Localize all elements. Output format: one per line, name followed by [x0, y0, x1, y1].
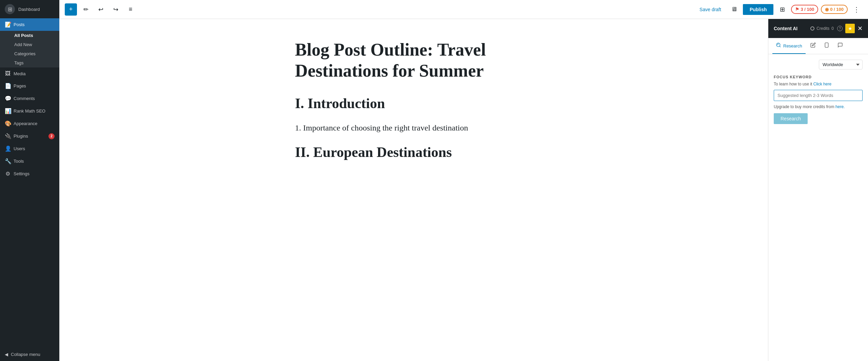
upgrade-link[interactable]: here.: [835, 104, 845, 109]
dashboard-nav-item[interactable]: ⊞ Dashboard: [0, 0, 59, 18]
toolbar: + ✏ ↩ ↪ ≡ Save draft 🖥 Publish ⊞ ⚑ 3 / 1…: [59, 0, 868, 19]
panel-tabs: Research: [768, 38, 868, 54]
section2-heading[interactable]: II. European Destinations: [295, 144, 532, 160]
plugins-icon: 🔌: [5, 133, 11, 139]
collapse-arrow-icon: ◀: [5, 352, 8, 357]
right-panel: Content AI Credits 0 ? ★ ✕: [768, 19, 868, 361]
chat-tab-icon: [837, 42, 843, 49]
panel-title: Content AI: [774, 26, 810, 31]
seo-score-button-1[interactable]: ⚑ 3 / 100: [791, 5, 818, 14]
wordpress-logo: ⊞: [5, 4, 15, 14]
upgrade-text: Upgrade to buy more credits from here.: [774, 104, 863, 109]
list-icon: ≡: [129, 6, 133, 13]
credits-label: Credits: [816, 26, 829, 31]
tab-write[interactable]: [807, 38, 819, 54]
redo-icon: ↪: [113, 6, 118, 13]
svg-line-1: [780, 46, 781, 47]
sidebar-item-posts[interactable]: 📝 Posts: [0, 18, 59, 31]
sidebar-sub-categories[interactable]: Categories: [5, 49, 59, 58]
pages-icon: 📄: [5, 83, 11, 89]
users-icon: 👤: [5, 145, 11, 152]
dashboard-label: Dashboard: [18, 7, 40, 12]
close-panel-button[interactable]: ✕: [857, 25, 863, 32]
seo-score-value-1: 3 / 100: [801, 7, 814, 12]
tab-chat[interactable]: [834, 38, 846, 54]
undo-icon: ↩: [98, 6, 103, 13]
research-button[interactable]: Research: [774, 113, 808, 124]
svg-point-0: [776, 43, 780, 47]
tools-button[interactable]: ✏: [80, 3, 92, 16]
section1-heading[interactable]: I. Introduction: [295, 95, 532, 112]
sidebar-sub-add-new[interactable]: Add New: [5, 40, 59, 49]
tools-label: Tools: [14, 159, 24, 164]
sidebar-item-users[interactable]: 👤 Users: [0, 142, 59, 155]
add-block-button[interactable]: +: [65, 3, 77, 16]
seo-score-value-2: 0 / 100: [830, 7, 844, 12]
credits-help-icon[interactable]: ?: [837, 26, 843, 31]
sidebar-item-plugins[interactable]: 🔌 Plugins 2: [0, 130, 59, 142]
credits-value: 0: [831, 26, 834, 31]
credits-circle-icon: [810, 26, 814, 31]
sidebar-item-tools[interactable]: 🔧 Tools: [0, 155, 59, 167]
write-tab-icon: [810, 42, 816, 49]
collapse-menu-button[interactable]: ◀ Collapse menu: [0, 348, 59, 361]
undo-button[interactable]: ↩: [95, 3, 107, 16]
close-icon: ✕: [857, 25, 863, 32]
section1-para[interactable]: 1. Importance of choosing the right trav…: [295, 122, 532, 134]
credits-info: Credits 0 ?: [810, 26, 843, 31]
publish-button[interactable]: Publish: [743, 4, 774, 15]
collapse-menu-label: Collapse menu: [11, 352, 40, 357]
appearance-label: Appearance: [14, 121, 37, 126]
click-here-link[interactable]: Click here: [813, 82, 831, 86]
document-overview-button[interactable]: ≡: [124, 3, 137, 16]
appearance-icon: 🎨: [5, 120, 11, 127]
sidebar-sub-tags[interactable]: Tags: [5, 58, 59, 67]
editor-inner: Blog Post Outline: Travel Destinations f…: [295, 39, 532, 167]
tab-mobile[interactable]: [821, 38, 833, 54]
tab-research[interactable]: Research: [772, 38, 806, 54]
comments-icon: 💬: [5, 95, 11, 102]
plugins-badge: 2: [48, 133, 55, 139]
posts-submenu: All Posts Add New Categories Tags: [0, 31, 59, 67]
pencil-icon: ✏: [83, 6, 88, 13]
svg-rect-2: [825, 43, 828, 47]
sidebar-item-settings[interactable]: ⚙ Settings: [0, 167, 59, 180]
rankmath-label: Rank Math SEO: [14, 108, 45, 114]
settings-icon: ⚙: [5, 171, 11, 177]
more-icon: ⋮: [853, 5, 860, 14]
panel-header: Content AI Credits 0 ? ★ ✕: [768, 19, 868, 38]
layout-button[interactable]: ⊞: [776, 3, 788, 16]
redo-button[interactable]: ↪: [110, 3, 122, 16]
save-draft-button[interactable]: Save draft: [695, 4, 725, 15]
preview-button[interactable]: 🖥: [728, 3, 740, 16]
sidebar-item-appearance[interactable]: 🎨 Appearance: [0, 117, 59, 130]
posts-icon: 📝: [5, 21, 11, 28]
pages-label: Pages: [14, 83, 26, 88]
post-title[interactable]: Blog Post Outline: Travel Destinations f…: [295, 39, 532, 82]
seo-flag-icon: ⚑: [795, 7, 799, 12]
content-area: Blog Post Outline: Travel Destinations f…: [59, 19, 868, 361]
focus-keyword-label: FOCUS KEYWORD: [774, 75, 863, 79]
rankmath-icon: 📊: [5, 108, 11, 114]
sidebar: ⊞ Dashboard 📝 Posts All Posts Add New Ca…: [0, 0, 59, 361]
worldwide-select-wrapper: Worldwide United States United Kingdom C…: [774, 60, 863, 69]
panel-body: Worldwide United States United Kingdom C…: [768, 54, 868, 361]
editor[interactable]: Blog Post Outline: Travel Destinations f…: [59, 19, 768, 361]
settings-label: Settings: [14, 171, 29, 176]
sidebar-item-comments[interactable]: 💬 Comments: [0, 92, 59, 105]
focus-keyword-input[interactable]: [774, 90, 863, 101]
more-options-button[interactable]: ⋮: [850, 3, 863, 16]
sidebar-item-media[interactable]: 🖼 Media: [0, 67, 59, 80]
worldwide-select[interactable]: Worldwide United States United Kingdom C…: [819, 60, 863, 69]
seo-score-button-2[interactable]: ◉ 0 / 100: [821, 5, 848, 14]
sidebar-sub-all-posts[interactable]: All Posts: [5, 31, 59, 40]
preview-icon: 🖥: [731, 6, 737, 13]
star-icon: ★: [848, 26, 852, 31]
sidebar-item-rankmath[interactable]: 📊 Rank Math SEO: [0, 105, 59, 117]
star-button[interactable]: ★: [845, 24, 855, 33]
users-label: Users: [14, 146, 25, 151]
research-tab-label: Research: [783, 43, 802, 48]
sidebar-item-pages[interactable]: 📄 Pages: [0, 80, 59, 92]
seo-circle-icon: ◉: [825, 7, 829, 12]
research-tab-icon: [776, 42, 781, 49]
